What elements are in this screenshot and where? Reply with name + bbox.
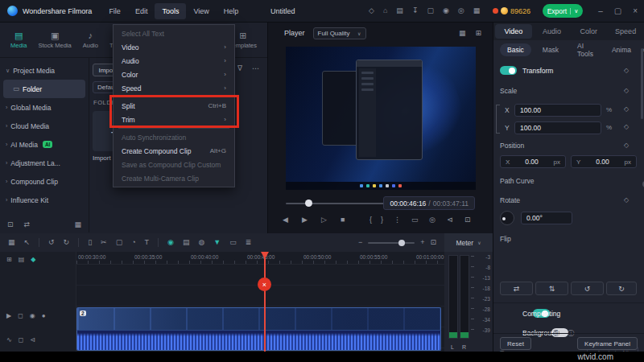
mark-in-icon[interactable]: { bbox=[369, 216, 372, 224]
next-frame-icon[interactable]: ▷ bbox=[321, 216, 327, 224]
menu-file[interactable]: File bbox=[101, 3, 128, 19]
subtab-animation[interactable]: Anima bbox=[605, 43, 638, 56]
crop-tool-icon[interactable]: ▢ bbox=[116, 239, 123, 246]
previous-frame-icon[interactable]: ◀ bbox=[283, 216, 288, 224]
select-mode-icon[interactable]: ⊡ bbox=[7, 221, 14, 228]
sidebar-item-global-media[interactable]: › Global Media bbox=[0, 98, 89, 117]
keyframe-track-icon[interactable]: ◆ bbox=[31, 257, 35, 263]
close-icon[interactable]: × bbox=[633, 7, 638, 15]
add-track-icon[interactable]: ⊞ bbox=[6, 257, 12, 263]
rotate-ccw-button[interactable]: ↺ bbox=[571, 282, 604, 295]
track-manager-icon[interactable]: ▤ bbox=[19, 257, 25, 263]
play-icon[interactable]: ▶ bbox=[302, 216, 308, 224]
menu-help[interactable]: Help bbox=[217, 3, 246, 19]
more-options-icon[interactable]: ⋯ bbox=[252, 65, 259, 72]
split-tool-icon[interactable]: ✂ bbox=[101, 239, 107, 246]
maximize-icon[interactable]: ▢ bbox=[614, 7, 621, 15]
tab-video[interactable]: Video bbox=[495, 24, 532, 39]
playhead-line[interactable] bbox=[264, 252, 266, 352]
tab-color[interactable]: Color bbox=[571, 24, 608, 39]
sidebar-item-project-media[interactable]: ∨ Project Media bbox=[0, 61, 89, 80]
position-x-input[interactable]: X 0.00 px bbox=[500, 155, 566, 168]
mixer-icon[interactable]: ≣ bbox=[246, 239, 252, 246]
sidebar-item-compound-clip[interactable]: › Compound Clip bbox=[0, 172, 89, 191]
snapshot-icon[interactable]: ◎ bbox=[429, 216, 436, 224]
export-frame-icon[interactable]: ▤ bbox=[183, 239, 190, 246]
sidebar-item-folder[interactable]: ▭ Folder bbox=[3, 80, 85, 98]
menu-item-create-multi-camera-clip[interactable]: Create Multi-Camera Clip bbox=[114, 171, 234, 185]
lock-icon[interactable]: ◻ bbox=[19, 337, 24, 343]
flip-vertical-button[interactable]: ⇅ bbox=[535, 282, 568, 295]
menu-item-split[interactable]: Split Ctrl+B bbox=[114, 99, 234, 113]
grid-view-icon[interactable]: ▦ bbox=[74, 221, 81, 228]
menu-item-auto-synchronization[interactable]: Auto Synchronization bbox=[114, 130, 234, 144]
zoom-out-icon[interactable]: − bbox=[358, 239, 362, 246]
link-xy-icon[interactable] bbox=[496, 105, 500, 134]
stop-icon[interactable]: ■ bbox=[341, 216, 345, 224]
text-tool-icon[interactable]: T bbox=[145, 239, 150, 246]
filter-icon[interactable]: ∇ bbox=[237, 65, 242, 72]
display-mode-icon[interactable]: ▭ bbox=[411, 216, 419, 224]
scrubber-handle[interactable] bbox=[305, 200, 312, 207]
menu-item-speed[interactable]: Speed › bbox=[114, 81, 234, 95]
fullscreen-icon[interactable]: ⊡ bbox=[464, 216, 471, 224]
tab-stock-media[interactable]: ▣ Stock Media bbox=[32, 31, 76, 49]
more-controls-icon[interactable]: ⋮ bbox=[394, 216, 401, 224]
keyboard-icon[interactable]: ▤ bbox=[396, 7, 403, 14]
swap-view-icon[interactable]: ⇄ bbox=[24, 221, 31, 228]
menu-view[interactable]: View bbox=[186, 3, 216, 19]
zoom-in-icon[interactable]: + bbox=[420, 239, 424, 246]
delete-icon[interactable]: ▯ bbox=[88, 239, 92, 246]
pointer-tool-icon[interactable]: ↖ bbox=[24, 239, 31, 246]
mic-icon[interactable]: ◍ bbox=[198, 239, 204, 246]
track-layout-icon[interactable]: ▦ bbox=[8, 239, 15, 246]
eye-icon[interactable]: ◉ bbox=[30, 313, 35, 319]
timeline-ruler[interactable]: 00:00:30:00 00:00:35:00 00:00:40:00 00:0… bbox=[76, 252, 444, 265]
transform-toggle[interactable] bbox=[500, 66, 517, 75]
tab-media[interactable]: ▤ Media bbox=[5, 31, 32, 49]
menu-edit[interactable]: Edit bbox=[128, 3, 155, 19]
keyframe-panel-button[interactable]: Keyframe Panel bbox=[577, 337, 638, 350]
mark-out-icon[interactable]: } bbox=[381, 216, 383, 224]
minimize-icon[interactable]: – bbox=[598, 7, 603, 15]
lock-icon[interactable]: ◻ bbox=[18, 313, 23, 319]
record-voiceover-icon[interactable]: ◉ bbox=[167, 239, 174, 246]
subtab-basic[interactable]: Basic bbox=[500, 43, 531, 56]
tab-speed[interactable]: Speed bbox=[607, 24, 644, 39]
mute-icon[interactable]: ● bbox=[42, 313, 46, 319]
add-marker-icon[interactable]: ▼ bbox=[213, 239, 221, 246]
subtab-mask[interactable]: Mask bbox=[535, 43, 566, 56]
screen-record-icon[interactable]: ▢ bbox=[427, 7, 434, 14]
scale-x-keyframe-icon[interactable]: ◇ bbox=[624, 105, 629, 113]
menu-item-select-all-text[interactable]: Select All Text bbox=[114, 27, 234, 40]
meter-header[interactable]: Meter ∨ bbox=[444, 233, 493, 252]
export-button[interactable]: Export ∨ bbox=[543, 4, 583, 18]
plugin-icon[interactable]: ⌂ bbox=[383, 7, 387, 14]
detach-player-icon[interactable]: ⊞ bbox=[475, 30, 481, 37]
user-icon[interactable]: ◉ bbox=[443, 7, 449, 14]
sidebar-item-adjustment-layer[interactable]: › Adjustment La... bbox=[0, 154, 89, 172]
playback-scrubber[interactable] bbox=[286, 203, 384, 204]
rotate-cw-button[interactable]: ↻ bbox=[606, 282, 637, 295]
undo-icon[interactable]: ↺ bbox=[48, 239, 55, 246]
audio-clip[interactable] bbox=[76, 330, 441, 351]
video-preview[interactable] bbox=[286, 47, 476, 190]
sidebar-item-influence-kit[interactable]: › Influence Kit bbox=[0, 191, 89, 209]
layout-icon[interactable]: ▦ bbox=[473, 7, 481, 14]
tab-audio[interactable]: Audio bbox=[534, 24, 571, 39]
fit-timeline-icon[interactable]: ⊡ bbox=[430, 239, 436, 246]
menu-item-trim[interactable]: Trim › bbox=[114, 113, 234, 126]
menu-tools[interactable]: Tools bbox=[155, 3, 186, 19]
coin-balance[interactable]: 89626 bbox=[493, 7, 530, 15]
position-y-input[interactable]: Y 0.00 px bbox=[571, 155, 637, 168]
speed-tool-icon[interactable]: ◔ bbox=[131, 239, 135, 246]
rotate-input[interactable]: 0.00° bbox=[521, 212, 572, 224]
transform-keyframe-icon[interactable]: ◇ bbox=[624, 67, 629, 74]
menu-item-color[interactable]: Color › bbox=[114, 68, 234, 81]
menu-item-video[interactable]: Video › bbox=[114, 40, 234, 54]
playhead-split-cursor[interactable]: × bbox=[258, 278, 271, 291]
menu-item-create-compound-clip[interactable]: Create Compound Clip Alt+G bbox=[114, 144, 234, 158]
rotate-dial[interactable] bbox=[500, 211, 514, 225]
scale-y-keyframe-icon[interactable]: ◇ bbox=[624, 123, 629, 130]
sidebar-item-cloud-media[interactable]: › Cloud Media bbox=[0, 117, 89, 135]
